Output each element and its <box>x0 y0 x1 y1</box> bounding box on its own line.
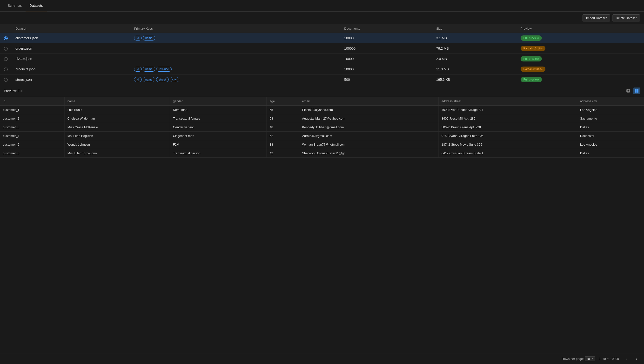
dataset-radio[interactable] <box>4 57 8 61</box>
preview-data-cell: 42 <box>266 149 299 158</box>
preview-data-cell: Miss Grace McKenzie <box>64 123 170 132</box>
preview-data-cell: 52 <box>266 132 299 140</box>
table-row[interactable]: orders.json10000076.2 MBPartial (13.1%) <box>0 44 644 54</box>
preview-data-row: customer_1Lula KuhicDemi-man65Electa29@y… <box>0 106 644 114</box>
dataset-preview: Full preview <box>517 74 644 85</box>
dataset-preview: Full preview <box>517 33 644 44</box>
preview-data-cell: Transsexual female <box>170 114 266 123</box>
dataset-primary-keys <box>130 54 340 64</box>
dataset-preview: Partial (13.1%) <box>517 44 644 54</box>
preview-badge[interactable]: Full preview <box>520 56 542 62</box>
preview-col-header: name <box>64 97 170 106</box>
preview-badge[interactable]: Full preview <box>520 36 542 41</box>
preview-badge[interactable]: Full preview <box>520 77 542 82</box>
prev-page-button[interactable]: ‹ <box>623 355 630 362</box>
svg-rect-8 <box>637 91 638 92</box>
preview-data-cell: Kennedy_Dibbert@gmail.com <box>299 123 438 132</box>
preview-data-cell: 8409 Jesse Mill Apt. 289 <box>438 114 577 123</box>
next-page-button[interactable]: › <box>634 355 640 362</box>
col-select <box>0 24 12 33</box>
export-csv-icon[interactable] <box>625 88 632 94</box>
preview-col-header: age <box>266 97 299 106</box>
preview-data-cell: customer_4 <box>0 132 64 140</box>
preview-data-cell: Demi-man <box>170 106 266 114</box>
dataset-size: 165.6 KB <box>432 74 517 85</box>
table-row[interactable]: products.jsonidnamelistPrice1000011.3 MB… <box>0 64 644 74</box>
data-table-wrapper: idnamegenderageemailaddress.streetaddres… <box>0 97 644 353</box>
preview-data-cell: Los Angeles <box>577 106 644 114</box>
dataset-documents: 100000 <box>340 44 432 54</box>
dataset-preview: Full preview <box>517 54 644 64</box>
import-dataset-button[interactable]: Import Dataset <box>582 14 610 22</box>
primary-key-tag: city <box>170 77 179 82</box>
dataset-documents: 10000 <box>340 54 432 64</box>
dataset-size: 3.1 MB <box>432 33 517 44</box>
preview-data-cell: 6417 Christian Stream Suite 1 <box>438 149 577 158</box>
preview-data-cell: 58 <box>266 114 299 123</box>
toolbar: Import Dataset Delete Dataset <box>0 12 644 24</box>
preview-badge[interactable]: Partial (13.1%) <box>520 46 546 51</box>
dataset-name: products.json <box>12 64 130 74</box>
tab-schemas[interactable]: Schemas <box>4 0 26 11</box>
primary-key-tag: id <box>134 77 142 82</box>
preview-data-cell: customer_2 <box>0 114 64 123</box>
preview-badge[interactable]: Partial (88.8%) <box>520 66 546 72</box>
datasets-table: Dataset Primary Keys Documents Size Prev… <box>0 24 644 85</box>
preview-data-cell: 50620 Braun Glens Apt. 228 <box>438 123 577 132</box>
table-view-icon[interactable] <box>634 88 640 94</box>
col-primary-keys: Primary Keys <box>130 24 340 33</box>
dataset-primary-keys: idname <box>130 33 340 44</box>
dataset-size: 11.3 MB <box>432 64 517 74</box>
dataset-documents: 10000 <box>340 64 432 74</box>
tab-datasets[interactable]: Datasets <box>26 0 46 11</box>
preview-data-cell: F2M <box>170 140 266 149</box>
dataset-primary-keys <box>130 44 340 54</box>
dataset-size: 76.2 MB <box>432 44 517 54</box>
preview-header: Preview: Full <box>0 85 644 97</box>
preview-col-header: address.street <box>438 97 577 106</box>
preview-data-cell: 65 <box>266 106 299 114</box>
primary-key-tag: id <box>134 36 142 40</box>
svg-rect-5 <box>635 89 636 91</box>
col-documents: Documents <box>340 24 432 33</box>
preview-data-cell: Sacramento <box>577 114 644 123</box>
col-dataset: Dataset <box>12 24 130 33</box>
dataset-radio[interactable] <box>4 36 8 40</box>
page-range-label: 1–10 of 10000 <box>599 357 619 361</box>
preview-data-cell: customer_1 <box>0 106 64 114</box>
preview-data-cell: Ms. Leah Bogisich <box>64 132 170 140</box>
table-row[interactable]: customers.jsonidname100003.1 MBFull prev… <box>0 33 644 44</box>
preview-data-cell: Adrain46@gmail.com <box>299 132 438 140</box>
rows-per-page-select[interactable]: 10 25 50 <box>585 356 595 361</box>
dataset-radio[interactable] <box>4 78 8 82</box>
preview-data-cell: Dallas <box>577 149 644 158</box>
table-row[interactable]: stores.jsonidnamestreetcity500165.6 KBFu… <box>0 74 644 85</box>
rows-per-page-select-wrapper[interactable]: 10 25 50 <box>585 356 595 361</box>
pagination-bar: Rows per page: 10 25 50 1–10 of 10000 ‹ … <box>0 353 644 364</box>
preview-col-header: gender <box>170 97 266 106</box>
dataset-radio[interactable] <box>4 47 8 50</box>
dataset-documents: 500 <box>340 74 432 85</box>
preview-data-cell: customer_6 <box>0 149 64 158</box>
preview-data-row: customer_6Mrs. Ellen Torp-ConnTranssexua… <box>0 149 644 158</box>
delete-dataset-button[interactable]: Delete Dataset <box>612 14 640 22</box>
preview-data-cell: Cisgender man <box>170 132 266 140</box>
svg-rect-7 <box>635 91 636 92</box>
primary-key-tag: name <box>143 67 155 72</box>
svg-rect-6 <box>637 89 638 91</box>
preview-data-cell: 18742 Steve Mews Suite 325 <box>438 140 577 149</box>
preview-data-cell: Los Angeles <box>577 140 644 149</box>
preview-data-cell: Electa29@yahoo.com <box>299 106 438 114</box>
table-row[interactable]: pizzas.json100002.0 MBFull preview <box>0 54 644 64</box>
dataset-documents: 10000 <box>340 33 432 44</box>
preview-icon-group <box>625 88 640 94</box>
primary-key-tag: street <box>156 77 169 82</box>
preview-data-cell: customer_3 <box>0 123 64 132</box>
primary-key-tag: id <box>134 67 142 72</box>
dataset-primary-keys: idnamelistPrice <box>130 64 340 74</box>
preview-data-row: customer_4Ms. Leah BogisichCisgender man… <box>0 132 644 140</box>
preview-data-table: idnamegenderageemailaddress.streetaddres… <box>0 97 644 158</box>
dataset-radio[interactable] <box>4 68 8 71</box>
dataset-preview: Partial (88.8%) <box>517 64 644 74</box>
preview-data-cell: Sherwood.Crona-Fisher11@gr <box>299 149 438 158</box>
